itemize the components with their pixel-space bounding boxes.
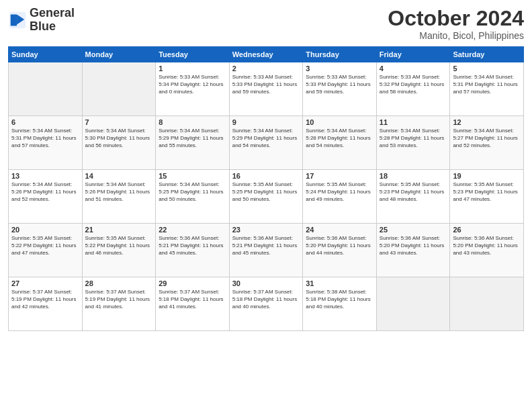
cell-w4-d1: 20Sunrise: 5:35 AM Sunset: 5:22 PM Dayli… [9,224,83,277]
week-row-5: 27Sunrise: 5:37 AM Sunset: 5:19 PM Dayli… [9,277,524,331]
day-info: Sunrise: 5:36 AM Sunset: 5:20 PM Dayligh… [453,235,521,257]
day-info: Sunrise: 5:34 AM Sunset: 5:28 PM Dayligh… [306,128,373,149]
cell-w3-d5: 17Sunrise: 5:35 AM Sunset: 5:24 PM Dayli… [303,170,377,224]
cell-w1-d1 [9,62,83,116]
day-number: 10 [306,118,373,126]
cell-w5-d2: 28Sunrise: 5:37 AM Sunset: 5:19 PM Dayli… [82,277,156,331]
day-number: 5 [453,64,521,73]
calendar-body: 1Sunrise: 5:33 AM Sunset: 5:34 PM Daylig… [9,62,524,331]
cell-w4-d2: 21Sunrise: 5:35 AM Sunset: 5:22 PM Dayli… [82,224,156,277]
logo: General Blue [8,7,75,34]
week-row-1: 1Sunrise: 5:33 AM Sunset: 5:34 PM Daylig… [9,62,524,116]
cell-w2-d4: 9Sunrise: 5:34 AM Sunset: 5:29 PM Daylig… [229,116,303,170]
day-info: Sunrise: 5:34 AM Sunset: 5:31 PM Dayligh… [453,74,521,95]
day-number: 9 [232,118,300,126]
day-info: Sunrise: 5:34 AM Sunset: 5:30 PM Dayligh… [85,128,153,149]
day-info: Sunrise: 5:34 AM Sunset: 5:29 PM Dayligh… [232,128,300,149]
day-info: Sunrise: 5:37 AM Sunset: 5:18 PM Dayligh… [232,289,300,310]
day-info: Sunrise: 5:34 AM Sunset: 5:31 PM Dayligh… [11,128,79,149]
day-number: 2 [232,64,300,73]
day-info: Sunrise: 5:33 AM Sunset: 5:33 PM Dayligh… [306,74,373,95]
title-block: October 2024 Manito, Bicol, Philippines [388,7,524,41]
calendar-table: Sunday Monday Tuesday Wednesday Thursday… [8,46,524,331]
day-number: 11 [380,118,447,126]
svg-rect-2 [11,14,17,26]
cell-w1-d5: 3Sunrise: 5:33 AM Sunset: 5:33 PM Daylig… [303,62,377,116]
day-info: Sunrise: 5:35 AM Sunset: 5:25 PM Dayligh… [232,181,300,203]
location-subtitle: Manito, Bicol, Philippines [388,30,524,41]
cell-w2-d7: 12Sunrise: 5:34 AM Sunset: 5:27 PM Dayli… [450,116,524,170]
day-number: 18 [380,172,447,180]
day-number: 16 [232,172,300,180]
day-number: 22 [159,226,226,234]
col-monday: Monday [82,47,156,62]
cell-w1-d3: 1Sunrise: 5:33 AM Sunset: 5:34 PM Daylig… [156,62,230,116]
cell-w2-d1: 6Sunrise: 5:34 AM Sunset: 5:31 PM Daylig… [9,116,83,170]
day-number: 3 [306,64,373,73]
header: General Blue October 2024 Manito, Bicol,… [8,7,524,41]
cell-w3-d6: 18Sunrise: 5:35 AM Sunset: 5:23 PM Dayli… [376,170,450,224]
day-info: Sunrise: 5:37 AM Sunset: 5:19 PM Dayligh… [85,289,153,310]
cell-w4-d4: 23Sunrise: 5:36 AM Sunset: 5:21 PM Dayli… [229,224,303,277]
day-number: 25 [380,226,447,234]
day-number: 7 [85,118,153,126]
cell-w2-d6: 11Sunrise: 5:34 AM Sunset: 5:28 PM Dayli… [376,116,450,170]
day-info: Sunrise: 5:34 AM Sunset: 5:29 PM Dayligh… [159,128,226,149]
day-number: 27 [11,279,79,287]
day-number: 29 [159,279,226,287]
col-friday: Friday [376,47,450,62]
month-title: October 2024 [388,7,524,30]
cell-w3-d4: 16Sunrise: 5:35 AM Sunset: 5:25 PM Dayli… [229,170,303,224]
day-number: 12 [453,118,521,126]
logo-text: General Blue [30,7,75,34]
day-info: Sunrise: 5:34 AM Sunset: 5:27 PM Dayligh… [453,128,521,149]
day-info: Sunrise: 5:36 AM Sunset: 5:20 PM Dayligh… [306,235,373,257]
cell-w1-d4: 2Sunrise: 5:33 AM Sunset: 5:33 PM Daylig… [229,62,303,116]
col-tuesday: Tuesday [156,47,230,62]
day-info: Sunrise: 5:37 AM Sunset: 5:19 PM Dayligh… [11,289,79,310]
cell-w2-d2: 7Sunrise: 5:34 AM Sunset: 5:30 PM Daylig… [82,116,156,170]
day-info: Sunrise: 5:35 AM Sunset: 5:23 PM Dayligh… [380,181,447,203]
cell-w3-d3: 15Sunrise: 5:34 AM Sunset: 5:25 PM Dayli… [156,170,230,224]
col-saturday: Saturday [450,47,524,62]
day-number: 15 [159,172,226,180]
col-sunday: Sunday [9,47,83,62]
cell-w5-d7 [450,277,524,331]
day-number: 23 [232,226,300,234]
day-number: 8 [159,118,226,126]
cell-w3-d1: 13Sunrise: 5:34 AM Sunset: 5:26 PM Dayli… [9,170,83,224]
day-number: 28 [85,279,153,287]
col-wednesday: Wednesday [229,47,303,62]
week-row-2: 6Sunrise: 5:34 AM Sunset: 5:31 PM Daylig… [9,116,524,170]
day-info: Sunrise: 5:37 AM Sunset: 5:18 PM Dayligh… [159,289,226,310]
day-info: Sunrise: 5:36 AM Sunset: 5:20 PM Dayligh… [380,235,447,257]
week-row-4: 20Sunrise: 5:35 AM Sunset: 5:22 PM Dayli… [9,224,524,277]
day-number: 30 [232,279,300,287]
cell-w2-d3: 8Sunrise: 5:34 AM Sunset: 5:29 PM Daylig… [156,116,230,170]
cell-w4-d6: 25Sunrise: 5:36 AM Sunset: 5:20 PM Dayli… [376,224,450,277]
cell-w5-d1: 27Sunrise: 5:37 AM Sunset: 5:19 PM Dayli… [9,277,83,331]
day-number: 6 [11,118,79,126]
day-info: Sunrise: 5:36 AM Sunset: 5:21 PM Dayligh… [159,235,226,257]
day-info: Sunrise: 5:35 AM Sunset: 5:23 PM Dayligh… [453,181,521,203]
cell-w5-d3: 29Sunrise: 5:37 AM Sunset: 5:18 PM Dayli… [156,277,230,331]
day-number: 26 [453,226,521,234]
day-number: 17 [306,172,373,180]
header-row: Sunday Monday Tuesday Wednesday Thursday… [9,47,524,62]
cell-w4-d3: 22Sunrise: 5:36 AM Sunset: 5:21 PM Dayli… [156,224,230,277]
day-info: Sunrise: 5:34 AM Sunset: 5:28 PM Dayligh… [380,128,447,149]
day-info: Sunrise: 5:35 AM Sunset: 5:24 PM Dayligh… [306,181,373,203]
logo-icon [8,11,27,30]
cell-w5-d5: 31Sunrise: 5:38 AM Sunset: 5:18 PM Dayli… [303,277,377,331]
day-info: Sunrise: 5:33 AM Sunset: 5:32 PM Dayligh… [380,74,447,95]
cell-w3-d7: 19Sunrise: 5:35 AM Sunset: 5:23 PM Dayli… [450,170,524,224]
col-thursday: Thursday [303,47,377,62]
day-number: 21 [85,226,153,234]
day-number: 4 [380,64,447,73]
cell-w1-d6: 4Sunrise: 5:33 AM Sunset: 5:32 PM Daylig… [376,62,450,116]
cell-w1-d7: 5Sunrise: 5:34 AM Sunset: 5:31 PM Daylig… [450,62,524,116]
cell-w4-d7: 26Sunrise: 5:36 AM Sunset: 5:20 PM Dayli… [450,224,524,277]
cell-w3-d2: 14Sunrise: 5:34 AM Sunset: 5:26 PM Dayli… [82,170,156,224]
cell-w4-d5: 24Sunrise: 5:36 AM Sunset: 5:20 PM Dayli… [303,224,377,277]
day-info: Sunrise: 5:35 AM Sunset: 5:22 PM Dayligh… [85,235,153,257]
